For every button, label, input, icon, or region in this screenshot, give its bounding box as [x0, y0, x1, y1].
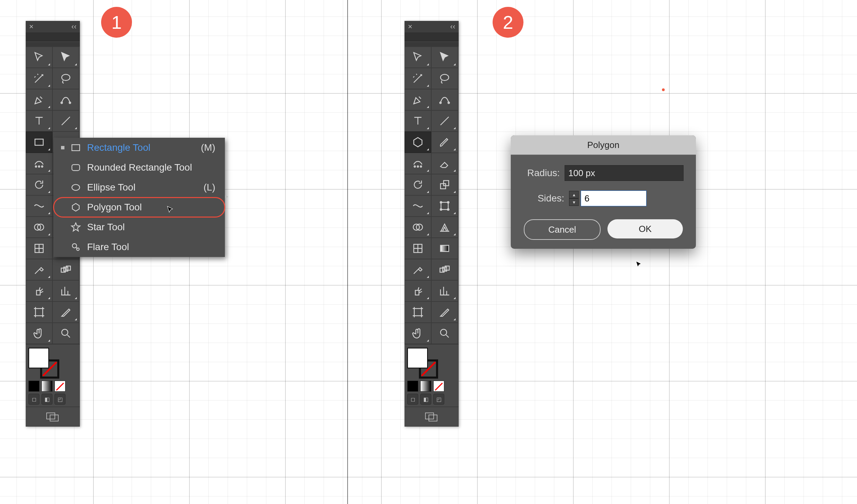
selection-tool[interactable] — [405, 47, 431, 68]
perspective-grid-tool[interactable] — [431, 217, 458, 238]
flyout-rounded-rectangle-tool[interactable]: Rounded Rectangle Tool — [53, 158, 225, 177]
sides-input[interactable] — [581, 190, 647, 206]
draw-mode-row[interactable]: ◻ ◧ ◰ — [28, 394, 77, 405]
magic-wand-tool[interactable] — [26, 68, 52, 89]
shape-tool-flyout[interactable]: Rectangle Tool (M) Rounded Rectangle Too… — [53, 138, 225, 257]
collapse-icon[interactable]: ‹‹ — [450, 22, 455, 31]
zoom-tool[interactable] — [52, 323, 79, 344]
tools-panel-step2[interactable]: × ‹‹ — [405, 21, 459, 427]
fill-swatch[interactable] — [28, 348, 49, 368]
flyout-flare-tool[interactable]: Flare Tool — [53, 237, 225, 257]
slice-tool[interactable] — [431, 302, 458, 323]
step-badge-2: 2 — [493, 7, 523, 38]
hand-tool[interactable] — [26, 323, 52, 344]
type-tool[interactable] — [26, 110, 52, 132]
lasso-tool[interactable] — [52, 68, 79, 89]
fill-swatch[interactable] — [407, 348, 428, 368]
flyout-rectangle-tool[interactable]: Rectangle Tool (M) — [53, 138, 225, 158]
direct-selection-tool[interactable] — [52, 47, 79, 68]
eyedropper-tool[interactable] — [405, 259, 431, 280]
shaper-tool[interactable] — [26, 153, 52, 174]
magic-wand-tool[interactable] — [405, 68, 431, 89]
paintbrush-tool[interactable] — [431, 132, 458, 153]
panel-grip[interactable] — [405, 41, 459, 47]
gradient-tool[interactable] — [431, 238, 458, 259]
scale-tool[interactable] — [431, 174, 458, 195]
rotate-tool[interactable] — [26, 174, 52, 195]
pen-tool[interactable] — [405, 89, 431, 110]
screen-mode[interactable] — [26, 407, 80, 427]
eyedropper-tool[interactable] — [26, 259, 52, 280]
pen-tool[interactable] — [26, 89, 52, 110]
curvature-tool[interactable] — [52, 89, 79, 110]
width-tool[interactable] — [26, 195, 52, 217]
panel-header[interactable]: × ‹‹ — [26, 21, 80, 33]
cancel-button[interactable]: Cancel — [524, 219, 601, 240]
sides-step-up[interactable]: ▴ — [569, 191, 579, 198]
flyout-polygon-tool[interactable]: Polygon Tool — [53, 197, 225, 217]
svg-rect-18 — [61, 268, 65, 272]
column-graph-tool[interactable] — [52, 280, 79, 302]
radius-input[interactable] — [565, 165, 684, 181]
color-mode[interactable] — [28, 381, 39, 392]
draw-behind[interactable]: ◧ — [41, 394, 52, 405]
mesh-tool[interactable] — [26, 238, 52, 259]
lasso-tool[interactable] — [431, 68, 458, 89]
gradient-mode[interactable] — [420, 381, 431, 392]
screen-mode[interactable] — [405, 407, 459, 427]
svg-point-1 — [61, 102, 63, 104]
selection-tool[interactable] — [26, 47, 52, 68]
blend-tool[interactable] — [431, 259, 458, 280]
direct-selection-tool[interactable] — [431, 47, 458, 68]
close-icon[interactable]: × — [29, 22, 34, 31]
polygon-tool[interactable] — [405, 132, 431, 153]
free-transform-tool[interactable] — [431, 195, 458, 217]
draw-inside[interactable]: ◰ — [433, 394, 444, 405]
swatch-row[interactable] — [28, 381, 77, 392]
gradient-mode[interactable] — [41, 381, 52, 392]
curvature-tool[interactable] — [431, 89, 458, 110]
color-well[interactable]: ◻ ◧ ◰ — [26, 344, 80, 407]
dialog-title[interactable]: Polygon — [511, 135, 696, 155]
color-well[interactable]: ◻ ◧ ◰ — [405, 344, 459, 407]
mesh-tool[interactable] — [405, 238, 431, 259]
symbol-sprayer-tool[interactable] — [405, 280, 431, 302]
polygon-dialog[interactable]: Polygon Radius: Sides: ▴ ▾ Cancel OK — [511, 135, 696, 249]
panel-header[interactable]: × ‹‹ — [405, 21, 459, 33]
eraser-tool[interactable] — [431, 153, 458, 174]
ok-button[interactable]: OK — [607, 219, 683, 238]
column-graph-tool[interactable] — [431, 280, 458, 302]
draw-inside[interactable]: ◰ — [55, 394, 65, 405]
none-mode[interactable] — [433, 381, 444, 392]
line-segment-tool[interactable] — [52, 110, 79, 132]
width-tool[interactable] — [405, 195, 431, 217]
close-icon[interactable]: × — [408, 22, 412, 31]
sides-step-down[interactable]: ▾ — [569, 198, 579, 206]
flyout-ellipse-tool[interactable]: Ellipse Tool (L) — [53, 177, 225, 197]
artboard-tool[interactable] — [405, 302, 431, 323]
line-segment-tool[interactable] — [431, 110, 458, 132]
rotate-tool[interactable] — [405, 174, 431, 195]
svg-point-40 — [420, 166, 422, 167]
collapse-icon[interactable]: ‹‹ — [71, 22, 76, 31]
draw-behind[interactable]: ◧ — [420, 394, 431, 405]
panel-grip[interactable] — [26, 41, 80, 47]
zoom-tool[interactable] — [431, 323, 458, 344]
shape-builder-tool[interactable] — [405, 217, 431, 238]
artboard-tool[interactable] — [26, 302, 52, 323]
hand-tool[interactable] — [405, 323, 431, 344]
draw-normal[interactable]: ◻ — [407, 394, 418, 405]
draw-normal[interactable]: ◻ — [28, 394, 39, 405]
tear-off-handle[interactable] — [61, 146, 64, 149]
rectangle-tool[interactable] — [26, 132, 52, 153]
none-mode[interactable] — [55, 381, 65, 392]
blend-tool[interactable] — [52, 259, 79, 280]
color-mode[interactable] — [407, 381, 418, 392]
type-tool[interactable] — [405, 110, 431, 132]
symbol-sprayer-tool[interactable] — [26, 280, 52, 302]
slice-tool[interactable] — [52, 302, 79, 323]
shaper-tool[interactable] — [405, 153, 431, 174]
svg-point-5 — [38, 166, 40, 167]
flyout-star-tool[interactable]: Star Tool — [53, 217, 225, 237]
shape-builder-tool[interactable] — [26, 217, 52, 238]
